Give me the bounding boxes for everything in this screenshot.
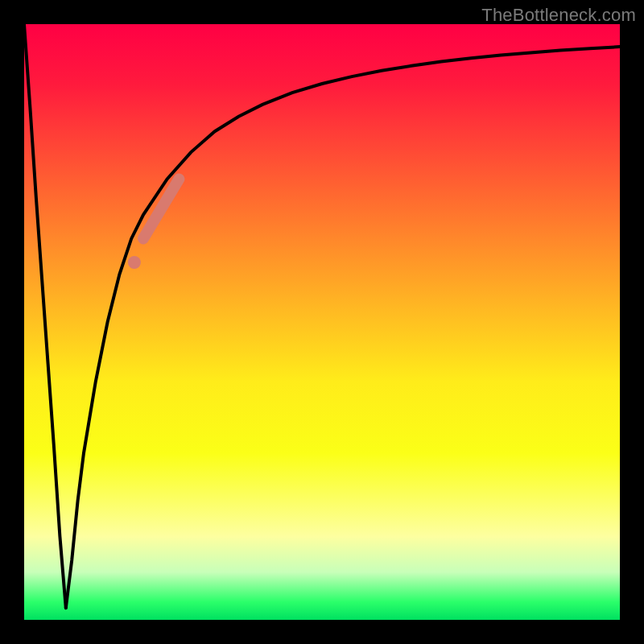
chart-frame: TheBottleneck.com	[0, 0, 644, 644]
curve-main	[66, 47, 620, 608]
highlight-dot	[128, 256, 141, 269]
plot-area	[24, 24, 620, 620]
watermark-text: TheBottleneck.com	[481, 5, 636, 26]
curve-layer	[24, 24, 620, 620]
curve-left-descent	[24, 24, 66, 608]
